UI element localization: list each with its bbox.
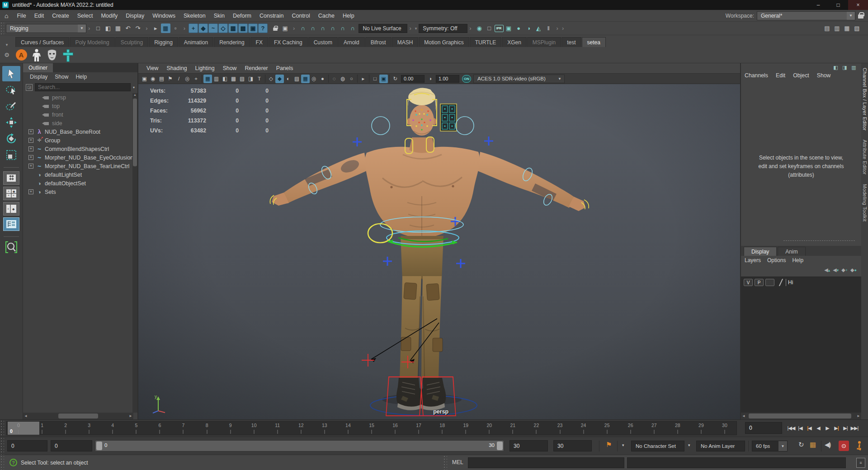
filter-icon[interactable]: ◲	[26, 84, 33, 91]
select-layer-objects-icon[interactable]: ◀▾	[833, 267, 839, 273]
animation-preferences-icon[interactable]	[854, 441, 863, 451]
camera-attributes-icon[interactable]: ◉	[149, 75, 157, 83]
workspace-lock-icon[interactable]	[858, 14, 863, 19]
outliner-tab[interactable]: Outliner	[23, 63, 53, 72]
outliner-item-front[interactable]: front	[23, 110, 132, 119]
shelf-tab-custom[interactable]: Custom	[308, 37, 338, 47]
command-line-grip[interactable]	[0, 455, 4, 470]
motion-blur-icon[interactable]: ◍	[339, 75, 347, 83]
rotate-tool[interactable]	[2, 131, 20, 146]
home-icon[interactable]: ⌂	[5, 12, 8, 19]
new-scene-icon[interactable]: □	[93, 24, 103, 33]
outliner-item-Morpher_NUD_Base_TearLineCtrl[interactable]: +~Morpher_NUD_Base_TearLineCtrl	[23, 162, 132, 170]
menu-item-skeleton[interactable]: Skeleton	[179, 10, 210, 22]
group-collapse-icon[interactable]: ›	[557, 25, 558, 32]
channel-box-settings-icon[interactable]: ▥	[850, 64, 858, 71]
outliner-item-CommonBlendShapesCtrl[interactable]: +~CommonBlendShapesCtrl	[23, 145, 132, 153]
occlusion-icon[interactable]: ◌	[330, 75, 339, 83]
redo-icon[interactable]: ↷	[133, 24, 142, 33]
status-line-grip[interactable]	[0, 22, 4, 35]
camera-bookmark-icon[interactable]: ▤	[157, 75, 166, 83]
single-pane-toggle-icon[interactable]: ▤	[822, 24, 832, 33]
layer-menu-help[interactable]: Help	[792, 257, 807, 263]
camera-settings-icon[interactable]: ◨	[246, 75, 255, 83]
shelf-tab-setea[interactable]: setea	[582, 37, 606, 47]
resolution-gate-icon[interactable]: ◧	[221, 75, 229, 83]
outliner-item-NUD_Base_BoneRoot[interactable]: +λNUD_Base_BoneRoot	[23, 127, 132, 136]
snap-projected-center-icon[interactable]: ∩	[328, 24, 337, 33]
shelf-tab-mash[interactable]: MASH	[392, 37, 419, 47]
play-backwards-button[interactable]: ◀	[814, 422, 823, 434]
frame-selection-icon[interactable]: ▣	[379, 75, 388, 83]
layer-row[interactable]: V P Hi	[741, 277, 861, 288]
animation-start-field[interactable]: 0	[7, 440, 47, 451]
render-frame-icon[interactable]: □	[485, 24, 494, 33]
symmetry-field[interactable]: Symmetry: Off	[419, 24, 467, 33]
shelf-tab-xgen[interactable]: XGen	[502, 37, 527, 47]
lock-selection-icon[interactable]	[270, 24, 280, 33]
outliner-item-persp[interactable]: persp	[23, 93, 132, 102]
outliner-item-Sets[interactable]: +◑Sets	[23, 188, 132, 196]
film-gate-icon[interactable]: ▥	[212, 75, 221, 83]
outliner-item-defaultObjectSet[interactable]: ◑defaultObjectSet	[23, 179, 132, 188]
shelf-tab-msplugin[interactable]: MSPlugin	[527, 37, 561, 47]
scroll-up-icon[interactable]: ▲	[132, 93, 137, 98]
pan-zoom-icon[interactable]: /	[175, 75, 183, 83]
group-collapse-icon[interactable]: ›	[469, 25, 471, 32]
select-misc-mask-icon[interactable]: ?	[258, 24, 268, 33]
range-start-handle[interactable]	[96, 442, 102, 450]
select-object-icon[interactable]: ▦	[161, 24, 170, 33]
gate-mask-icon[interactable]: ▩	[229, 75, 238, 83]
layer-playback-toggle[interactable]: P	[755, 279, 764, 286]
shelf-tab-curves-surfaces[interactable]: Curves / Surfaces	[15, 37, 69, 47]
shelf-tab-test[interactable]: test	[561, 37, 581, 47]
group-collapse-icon[interactable]: ›	[146, 25, 147, 32]
shelf-tab-turtle[interactable]: TURTLE	[470, 37, 501, 47]
joint-size-icon[interactable]: +	[192, 75, 200, 83]
shelf-tab-bifrost[interactable]: Bifrost	[365, 37, 392, 47]
select-tool[interactable]	[2, 66, 20, 81]
speaker-icon[interactable]: ◀)	[825, 441, 830, 449]
shaded-display-icon[interactable]: ◆	[275, 75, 284, 83]
object-select-cursor-icon[interactable]: ▸	[359, 75, 368, 83]
expand-icon[interactable]: +	[28, 164, 33, 169]
viewport-menu-panels[interactable]: Panels	[273, 65, 297, 71]
menu-item-cache[interactable]: Cache	[314, 10, 339, 22]
go-to-start-button[interactable]: |◀◀	[787, 422, 796, 434]
character-set-selector[interactable]: No Character Set	[631, 441, 684, 451]
sidebar-toggle-icon[interactable]: ▥	[832, 24, 842, 33]
playback-end-field[interactable]: 30	[509, 440, 548, 451]
create-empty-layer-icon[interactable]: ◆●	[850, 267, 857, 273]
group-collapse-icon[interactable]: ›	[88, 25, 90, 32]
menu-item-help[interactable]: Help	[339, 10, 359, 22]
shelf-tab-motion-graphics[interactable]: Motion Graphics	[419, 37, 469, 47]
shelf-menu-icon[interactable]: ▾	[6, 42, 8, 47]
grid-toggle-icon[interactable]: ▦	[203, 75, 212, 83]
current-time-field[interactable]: 0	[745, 422, 782, 434]
menu-item-windows[interactable]: Windows	[148, 10, 179, 22]
play-forwards-button[interactable]: ▶	[823, 422, 832, 434]
pivot-icon[interactable]: ◎	[183, 75, 192, 83]
bookmark-icon[interactable]: ⚑	[606, 441, 612, 449]
scroll-left-icon[interactable]: ◄	[741, 414, 746, 418]
scroll-right-icon[interactable]: ►	[856, 414, 861, 418]
time-slider-grip[interactable]	[0, 420, 4, 437]
select-hierarchy-icon[interactable]: ▸	[151, 24, 160, 33]
scale-tool[interactable]	[2, 147, 20, 163]
ipr-render-icon[interactable]: IPR	[495, 25, 504, 32]
shelf-tab-animation[interactable]: Animation	[179, 37, 213, 47]
scroll-right-icon[interactable]: ►	[128, 414, 133, 418]
pause-viewport-icon[interactable]: ‖	[544, 24, 553, 33]
light-editor-icon[interactable]: ◭	[534, 24, 543, 33]
channel-box-menu-object[interactable]: Object	[793, 72, 813, 79]
range-slider-grip[interactable]	[0, 437, 4, 455]
viewport-menu-renderer[interactable]: Renderer	[241, 65, 271, 71]
chevron-down-icon[interactable]: ▾	[622, 443, 624, 447]
range-slider-track[interactable]: 0 30	[95, 440, 504, 451]
layer-display-type-toggle[interactable]	[765, 279, 774, 286]
animation-end-field[interactable]: 30	[553, 440, 592, 451]
cross-shelf-button[interactable]	[60, 48, 75, 62]
channel-box-manip-icon[interactable]: ◧	[832, 64, 840, 71]
menu-item-deform[interactable]: Deform	[229, 10, 255, 22]
shelf-tab-poly-modeling[interactable]: Poly Modeling	[70, 37, 114, 47]
